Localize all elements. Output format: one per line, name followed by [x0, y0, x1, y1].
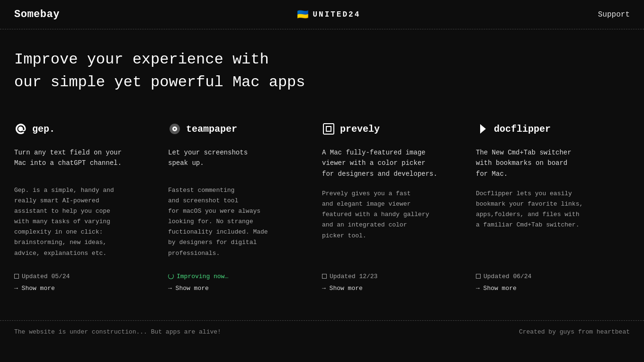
gep-name: gep. [32, 124, 55, 135]
united24-label: UNITED24 [313, 10, 360, 19]
teampaper-spinner-icon [168, 273, 174, 279]
svg-point-0 [19, 128, 22, 130]
docflipper-status: Updated 06/24 [476, 273, 620, 280]
docflipper-status-dot-icon [476, 274, 481, 279]
docflipper-show-more[interactable]: → Show more [476, 285, 620, 292]
teampaper-show-more[interactable]: → Show more [168, 285, 308, 292]
gep-show-more[interactable]: → Show more [14, 285, 154, 292]
app-card-docflipper: docflipper The New Cmd+Tab switcher with… [476, 118, 630, 301]
docflipper-description: Docflipper lets you easily bookmark your… [476, 189, 620, 258]
teampaper-status: Improving now… [168, 273, 308, 280]
app-card-gep: gep. Turn any text field on your Mac int… [14, 118, 168, 301]
footer-right-text: Created by guys from heartbeat [519, 328, 630, 335]
gep-status-dot-icon [14, 274, 19, 279]
prevely-description: Prevely gives you a fast and elegant ima… [322, 189, 462, 258]
support-link[interactable]: Support [598, 10, 630, 19]
prevely-icon [322, 122, 335, 136]
app-header-docflipper: docflipper [476, 122, 620, 136]
gep-tagline: Turn any text field on your Mac into a c… [14, 147, 154, 176]
hero-section: Improve your experience with our simple … [0, 29, 644, 103]
prevely-show-more[interactable]: → Show more [322, 285, 462, 292]
svg-rect-6 [327, 127, 331, 131]
header: Somebay 🇺🇦 UNITED24 Support [0, 0, 644, 29]
teampaper-name: teampaper [186, 124, 237, 135]
footer: The website is under construction... But… [0, 320, 644, 343]
gep-description: Gep. is a simple, handy and really smart… [14, 185, 154, 259]
svg-marker-7 [480, 124, 486, 134]
ukraine-flag-icon: 🇺🇦 [297, 9, 309, 20]
prevely-footer: Updated 12/23 → Show more [322, 273, 462, 292]
docflipper-footer: Updated 06/24 → Show more [476, 273, 620, 292]
app-header-teampaper: teampaper [168, 122, 308, 136]
docflipper-tagline: The New Cmd+Tab switcher with bookmarks … [476, 147, 620, 179]
docflipper-icon [476, 122, 489, 136]
svg-point-3 [174, 128, 176, 130]
teampaper-tagline: Let your screenshots speak up. [168, 147, 308, 176]
app-card-teampaper: teampaper Let your screenshots speak up.… [168, 118, 322, 301]
prevely-status-dot-icon [322, 274, 327, 279]
app-header-prevely: prevely [322, 122, 462, 136]
prevely-tagline: A Mac fully-featured image viewer with a… [322, 147, 462, 179]
apps-grid: gep. Turn any text field on your Mac int… [0, 103, 644, 311]
app-card-prevely: prevely A Mac fully-featured image viewe… [322, 118, 476, 301]
app-header-gep: gep. [14, 122, 154, 136]
teampaper-description: Fastest commenting and screenshot tool f… [168, 185, 308, 259]
prevely-name: prevely [340, 124, 380, 135]
gep-status: Updated 05/24 [14, 273, 154, 280]
ukraine-banner: 🇺🇦 UNITED24 [297, 9, 360, 20]
teampaper-icon [168, 122, 181, 136]
prevely-status: Updated 12/23 [322, 273, 462, 280]
footer-left-text: The website is under construction... But… [14, 328, 221, 335]
docflipper-name: docflipper [494, 124, 551, 135]
gep-footer: Updated 05/24 → Show more [14, 273, 154, 292]
teampaper-footer: Improving now… → Show more [168, 273, 308, 292]
logo: Somebay [14, 9, 60, 20]
hero-title: Improve your experience with our simple … [14, 48, 630, 94]
gep-icon [14, 122, 27, 136]
